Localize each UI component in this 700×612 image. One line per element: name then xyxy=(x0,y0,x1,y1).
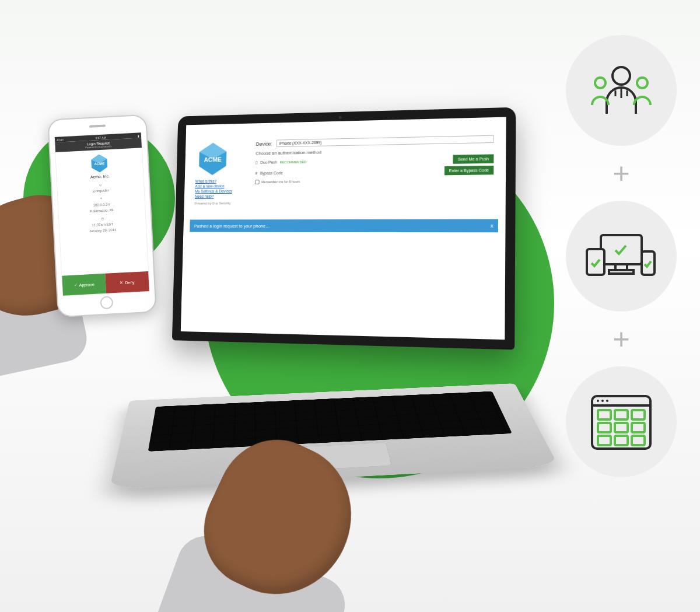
laptop-screen: ACME What is this? Add a new device My S… xyxy=(181,117,506,340)
duo-push-label: Duo Push xyxy=(260,160,277,165)
plus-icon: + xyxy=(612,159,629,188)
svg-rect-5 xyxy=(609,270,634,274)
powered-by-label: Powered by Duo Security xyxy=(195,201,249,205)
device-value: iPhone (XXX-XXX-2699) xyxy=(279,141,322,145)
approve-label: Approve xyxy=(79,282,94,286)
svg-text:ACME: ACME xyxy=(204,156,222,163)
settings-devices-link[interactable]: My Settings & Devices xyxy=(195,189,249,194)
feature-icon-column: + + xyxy=(566,35,677,477)
svg-rect-15 xyxy=(632,410,645,419)
battery-icon: ▮ xyxy=(138,134,139,137)
svg-rect-19 xyxy=(598,436,611,445)
push-sent-banner: Pushed a login request to your phone… x xyxy=(190,219,498,233)
deny-label: Deny xyxy=(125,280,135,285)
svg-point-1 xyxy=(595,78,606,88)
remember-me-label: Remember me for 8 hours xyxy=(261,180,300,184)
svg-rect-13 xyxy=(598,410,611,419)
svg-rect-6 xyxy=(587,249,604,275)
svg-rect-7 xyxy=(642,251,654,275)
banner-text: Pushed a login request to your phone… xyxy=(194,223,270,229)
users-icon xyxy=(566,35,677,146)
svg-rect-18 xyxy=(632,423,645,432)
svg-point-2 xyxy=(637,78,648,88)
plus-icon: + xyxy=(612,324,629,354)
deny-button[interactable]: ✕ Deny xyxy=(105,271,149,293)
send-push-button[interactable]: Send Me a Push xyxy=(453,154,494,163)
svg-rect-17 xyxy=(615,423,628,432)
webcam-icon xyxy=(339,116,342,119)
company-name: Acme, Inc. xyxy=(57,172,143,181)
svg-rect-20 xyxy=(615,436,628,445)
device-select[interactable]: iPhone (XXX-XXX-2699) xyxy=(276,135,494,148)
laptop-device: ACME What is this? Add a new device My S… xyxy=(163,111,583,531)
svg-point-11 xyxy=(601,400,604,402)
approve-button[interactable]: ✓ Approve xyxy=(62,274,106,296)
device-label: Device: xyxy=(256,141,272,146)
recommended-label: RECOMMENDED xyxy=(280,160,307,164)
time-label: 9:07 AM xyxy=(95,135,106,139)
close-banner-button[interactable]: x xyxy=(491,223,494,229)
svg-rect-21 xyxy=(632,436,645,445)
need-help-link[interactable]: Need help? xyxy=(195,194,249,198)
phone-screen: AT&T 9:07 AM ▮ Login Request Powered by … xyxy=(54,132,150,296)
svg-point-10 xyxy=(597,400,599,402)
remember-me-checkbox[interactable]: Remember me for 8 hours xyxy=(255,177,494,184)
phone-device: AT&T 9:07 AM ▮ Login Request Powered by … xyxy=(47,114,157,317)
carrier-label: AT&T xyxy=(57,138,64,142)
devices-icon xyxy=(566,201,677,312)
phone-icon: ▯ xyxy=(256,160,258,165)
home-button[interactable] xyxy=(100,296,113,309)
svg-text:ACME: ACME xyxy=(94,162,104,166)
apps-grid-icon xyxy=(566,366,677,477)
bypass-code-label: Bypass Code xyxy=(260,171,283,175)
svg-point-12 xyxy=(606,400,608,402)
add-device-link[interactable]: Add a new device xyxy=(195,184,249,188)
what-is-this-link[interactable]: What is this? xyxy=(195,179,249,183)
key-icon: # xyxy=(255,172,257,176)
acme-logo-icon: ACME xyxy=(89,153,110,174)
svg-point-0 xyxy=(612,67,630,85)
svg-rect-14 xyxy=(615,410,628,419)
x-icon: ✕ xyxy=(120,280,123,285)
check-icon: ✓ xyxy=(74,282,77,287)
svg-rect-16 xyxy=(598,423,611,432)
enter-bypass-button[interactable]: Enter a Bypass Code xyxy=(444,166,494,175)
acme-logo-icon: ACME xyxy=(195,141,230,177)
